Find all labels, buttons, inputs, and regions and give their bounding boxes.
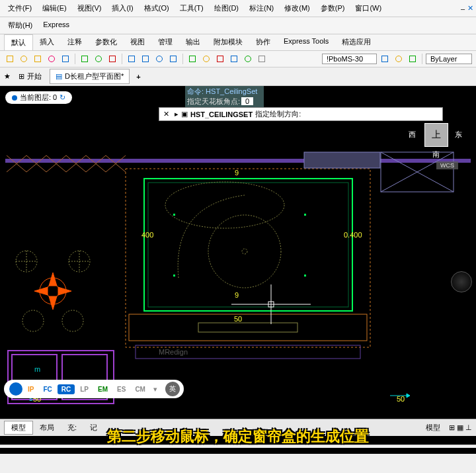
tool-l-icon[interactable] [242, 53, 254, 65]
viewcube-east[interactable]: 东 [455, 130, 462, 140]
ribbon-tab-addins[interactable]: 附加模块 [207, 34, 249, 50]
svg-rect-48 [304, 275, 306, 277]
svg-text:0.400: 0.400 [344, 231, 362, 239]
minimize-icon[interactable]: – [461, 5, 465, 13]
tool-layer5-icon[interactable] [60, 53, 71, 65]
ribbon-tab-parametric[interactable]: 参数化 [89, 34, 124, 50]
menu-draw[interactable]: 绘图(D) [209, 1, 244, 15]
ortho-icon[interactable]: ⊥ [465, 423, 472, 432]
mode-es-button[interactable]: ES [113, 384, 130, 394]
svg-point-33 [22, 310, 44, 331]
svg-text:50: 50 [397, 395, 405, 403]
menu-tools[interactable]: 工具(T) [175, 1, 209, 15]
layout-tab[interactable]: 布局 [33, 421, 61, 434]
tool-e-icon[interactable] [139, 53, 151, 65]
mode-ip-button[interactable]: IP [24, 384, 38, 394]
svg-rect-46 [304, 214, 306, 216]
new-tab-button[interactable]: + [132, 71, 144, 83]
menu-window[interactable]: 窗口(W) [350, 1, 387, 15]
cmd-name: HST_CEILINGSET [190, 110, 253, 118]
menu-edit[interactable]: 编辑(E) [37, 1, 72, 15]
ribbon-tab-insert[interactable]: 插入 [33, 34, 61, 50]
menu-insert[interactable]: 插入(I) [106, 1, 138, 15]
layer-combo[interactable]: ByLayer [426, 54, 472, 64]
tool-f-icon[interactable] [153, 53, 165, 65]
tool-q-icon[interactable] [407, 53, 418, 65]
menu-view[interactable]: 视图(V) [72, 1, 107, 15]
cmd-close-icon[interactable]: ✕ [161, 110, 172, 118]
grid-icon[interactable]: ⊞ [449, 423, 455, 432]
star-icon[interactable]: ★ [4, 72, 11, 81]
tool-h-icon[interactable] [186, 53, 198, 65]
svg-rect-45 [173, 214, 175, 216]
ribbon-tabs: 默认 插入 注释 参数化 视图 管理 输出 附加模块 协作 Express To… [0, 34, 476, 51]
close-icon[interactable]: ✕ [467, 4, 473, 13]
svg-rect-9 [144, 179, 352, 311]
ribbon-tab-view[interactable]: 视图 [124, 34, 151, 50]
start-tab[interactable]: ⊞ 开始 [13, 69, 47, 83]
menu-format[interactable]: 格式(O) [139, 1, 175, 15]
note-tab[interactable]: 记 [83, 421, 104, 434]
tool-a-icon[interactable] [79, 53, 91, 65]
mode-em-button[interactable]: EM [94, 384, 112, 394]
menu-parametric[interactable]: 参数(P) [315, 1, 350, 15]
svg-text:MRedign: MRedign [159, 348, 188, 356]
svg-rect-22 [198, 323, 298, 332]
menu-dimension[interactable]: 标注(N) [244, 1, 279, 15]
document-tab-label: D长租户型平面图* [65, 71, 124, 81]
mode-rc-button[interactable]: RC [58, 384, 75, 394]
ribbon-tab-annotate[interactable]: 注释 [61, 34, 89, 50]
refresh-icon[interactable]: ↻ [60, 93, 65, 102]
tool-layer-icon[interactable] [4, 53, 16, 65]
mode-cm-button[interactable]: CM [131, 384, 149, 394]
svg-text:9: 9 [235, 169, 239, 177]
dropdown-icon[interactable]: ▾ [151, 385, 160, 394]
mode-lp-button[interactable]: LP [76, 384, 93, 394]
ime-button[interactable]: 英 [165, 382, 180, 396]
navigation-ball[interactable] [451, 271, 472, 292]
tool-d-icon[interactable] [126, 53, 138, 65]
model-tab-right[interactable]: 模型 [419, 421, 447, 434]
cmd-prefix-icon: ▣ [181, 110, 188, 118]
menu-modify[interactable]: 修改(M) [279, 1, 315, 15]
ribbon-tab-express[interactable]: Express Tools [277, 34, 335, 50]
document-tab[interactable]: ▤ D长租户型平面图* [50, 69, 130, 84]
menu-file[interactable]: 文件(F) [3, 1, 37, 15]
drawing-canvas[interactable]: 当前图层: 0 ↻ 命令: HST_CeilingSet 指定天花板角点:0 指… [0, 86, 476, 454]
ribbon-tab-default[interactable]: 默认 [4, 34, 33, 50]
layer-indicator[interactable]: 当前图层: 0 ↻ [5, 91, 72, 104]
tool-layer4-icon[interactable] [46, 53, 58, 65]
ribbon-tab-featured[interactable]: 精选应用 [335, 34, 377, 50]
snap-icon[interactable]: ▦ [457, 423, 463, 432]
tool-layer3-icon[interactable] [32, 53, 44, 65]
ribbon-tab-output[interactable]: 输出 [179, 34, 207, 50]
model-tab[interactable]: 模型 [4, 421, 33, 435]
settings-gear-icon[interactable] [9, 382, 22, 396]
tool-p-icon[interactable] [393, 53, 405, 65]
tool-layer2-icon[interactable] [18, 53, 30, 65]
linetype-combo[interactable]: !PboMS-30 [322, 54, 377, 64]
viewcube-south[interactable]: 南 [432, 150, 440, 159]
menu-help[interactable]: 帮助(H) [3, 19, 38, 32]
tool-i-icon[interactable] [200, 53, 212, 65]
viewcube-west[interactable]: 西 [409, 130, 416, 140]
svg-point-20 [242, 249, 247, 254]
ribbon-tab-collab[interactable]: 协作 [249, 34, 277, 50]
ribbon-tab-manage[interactable]: 管理 [151, 34, 179, 50]
tool-m-icon[interactable] [256, 53, 268, 65]
tool-g-icon[interactable] [167, 53, 179, 65]
menu-express[interactable]: Express [38, 19, 75, 32]
viewcube-top[interactable]: 上 [424, 123, 448, 147]
windows-icon: ⊞ [19, 72, 24, 81]
tool-c-icon[interactable] [106, 53, 118, 65]
wcs-label[interactable]: WCS [436, 161, 458, 169]
mode-fc-button[interactable]: FC [39, 384, 56, 394]
tool-b-icon[interactable] [93, 53, 104, 65]
command-input-bar[interactable]: ✕ ▸ ▣ HST_CEILINGSET 指定绘制方向: [159, 107, 443, 121]
cmd-line-1: 命令: HST_CeilingSet [186, 87, 263, 97]
fill-tab[interactable]: 充: [61, 421, 83, 434]
tutorial-subtitle: 第二步移动鼠标，确定窗帘盒的生成位置 [107, 427, 369, 447]
tool-color-icon[interactable] [379, 53, 391, 65]
tool-k-icon[interactable] [228, 53, 240, 65]
tool-j-icon[interactable] [214, 53, 226, 65]
